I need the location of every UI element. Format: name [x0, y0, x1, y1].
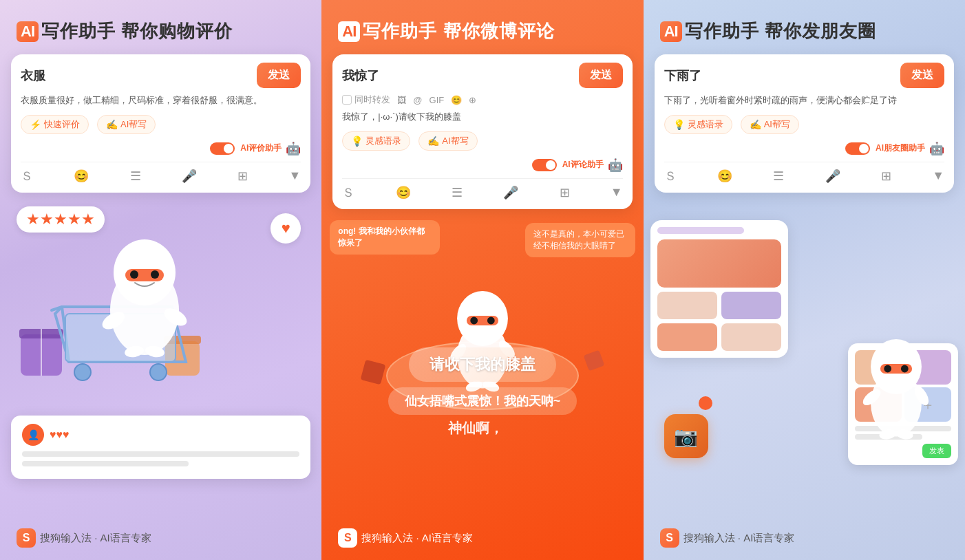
panel1-quick-btn1[interactable]: ⚡ 快速评价 [21, 115, 89, 134]
emoji-icon-1: 😊 [74, 169, 89, 184]
panel2-quick-btn2-label: AI帮写 [442, 135, 468, 147]
panel3-footer: S 搜狗输入法 · AI语言专家 [644, 520, 965, 560]
sogou-kb-icon-1: Ｓ [21, 168, 33, 184]
panel3-header: AI 写作助手 帮你发朋友圈 [644, 0, 965, 54]
sogou-kb-icon-3: Ｓ [664, 168, 677, 184]
card-small-img-2 [721, 292, 781, 319]
panel2-toggle[interactable] [532, 159, 557, 171]
panel1-send-button[interactable]: 发送 [257, 63, 301, 88]
ribbon-text-2: 仙女捂嘴式震惊！我的天呐~ [388, 387, 577, 415]
panel1-quick-btn2-label: AI帮写 [120, 118, 147, 131]
ai-write-icon-1: ✍ [106, 119, 118, 130]
grid-icon-2: ⊞ [560, 185, 570, 200]
review-line-2 [22, 461, 189, 466]
panel2-header-text: 写作助手 帮你微博评论 [363, 19, 554, 43]
down-icon-1: ▼ [288, 169, 301, 183]
panel1-footer: S 搜狗输入法 · AI语言专家 [0, 520, 321, 560]
ai-badge-1: AI [17, 21, 39, 42]
panel3-quick-btn1[interactable]: 💡 灵感语录 [664, 115, 732, 134]
card-header-line [657, 227, 744, 234]
weibo-emoji-icon: 😊 [451, 95, 462, 105]
inspiration-icon-3: 💡 [673, 119, 685, 130]
panel2-quick-btn1[interactable]: 💡 灵感语录 [342, 131, 410, 151]
panel-shopping: AI 写作助手 帮你购物评价 衣服 发送 衣服质量很好，做工精细，尺码标准，穿着… [0, 0, 321, 560]
panel-moments: AI 写作助手 帮你发朋友圈 下雨了 发送 下雨了，光听着窗外时紧时疏的雨声，便… [644, 0, 965, 560]
panel1-input-card: 衣服 发送 衣服质量很好，做工精细，尺码标准，穿着很舒服，很满意。 ⚡ 快速评价… [11, 54, 310, 193]
sogou-logo-2: S [338, 528, 357, 548]
panel2-mascot-area: ong! 我和我的小伙伴都惊呆了 这不是真的，本小可爱已经不相信我的大眼睛了 [321, 209, 643, 520]
ai-badge-2: AI [338, 21, 360, 42]
panel2-header: AI 写作助手 帮你微博评论 [321, 0, 643, 54]
ribbon-area: 请收下我的膝盖 仙女捂嘴式震惊！我的天呐~ 神仙啊， [321, 347, 643, 438]
like-bubble: ♥ [271, 213, 301, 244]
ai-badge-3: AI [660, 21, 682, 42]
lightning-icon-1: ⚡ [30, 119, 41, 130]
orange-dot-decoration [699, 396, 712, 410]
emoji-icon-3: 😊 [717, 169, 732, 184]
panel1-toggle-label: AI评价助手 [240, 142, 282, 154]
ai-write-icon-3: ✍ [750, 119, 761, 130]
panel3-input-card: 下雨了 发送 下雨了，光听着窗外时紧时疏的雨声，便满心都会贮足了诗 💡 灵感语录… [655, 54, 954, 193]
sogou-logo-1: S [17, 528, 36, 548]
mic-icon-2: 🎤 [503, 185, 518, 200]
weibo-at-icon: @ [413, 95, 422, 105]
card-small-img-4 [721, 323, 781, 351]
panel2-toggle-label: AI评论助手 [562, 159, 604, 171]
review-line-1 [22, 451, 299, 457]
svg-point-21 [487, 317, 495, 325]
menu-icon-3: ☰ [773, 169, 784, 184]
panel1-quick-btn2[interactable]: ✍ AI帮写 [97, 115, 156, 134]
weibo-checkbox[interactable] [342, 95, 352, 105]
weibo-bubble1: ong! 我和我的小伙伴都惊呆了 [330, 220, 440, 255]
card-small-img-1 [657, 292, 717, 319]
camera-app-icon: 📷 [664, 414, 708, 458]
grid-icon-3: ⊞ [881, 169, 891, 184]
mic-icon-1: 🎤 [182, 169, 197, 184]
panel2-quick-btn1-label: 灵感语录 [365, 135, 401, 147]
weibo-toolbar: 同时转发 🖼 @ GIF 😊 ⊕ [342, 94, 622, 106]
panel1-input-text: 衣服 [21, 67, 45, 84]
emoji-icon-2: 😊 [396, 185, 411, 200]
heart-icon: ♥ [282, 219, 290, 237]
grid-icon-1: ⊞ [237, 169, 248, 184]
svg-point-7 [150, 364, 167, 380]
panel3-mascot-area: ＋ 发表 📷 [644, 193, 965, 520]
panel1-quick-btn1-label: 快速评价 [44, 118, 80, 131]
svg-point-6 [74, 364, 91, 380]
ribbon-text-1: 请收下我的膝盖 [409, 347, 556, 382]
panel3-header-text: 写作助手 帮你发朋友圈 [685, 19, 876, 43]
weibo-img-icon: 🖼 [397, 95, 406, 105]
menu-icon-1: ☰ [130, 169, 141, 184]
weibo-gif-icon: GIF [430, 95, 445, 105]
card-main-image [657, 239, 781, 288]
panel1-toggle[interactable] [210, 142, 235, 155]
panel1-footer-text: 搜狗输入法 · AI语言专家 [40, 532, 151, 545]
panel1-header-text: 写作助手 帮你购物评价 [41, 19, 233, 43]
review-avatar: 👤 [22, 424, 44, 446]
down-icon-3: ▼ [932, 169, 944, 183]
panel2-input-card: 我惊了 发送 同时转发 🖼 @ GIF 😊 ⊕ 我惊了，|·ω·`)请收下我的膝… [332, 54, 632, 209]
panel2-send-button[interactable]: 发送 [579, 63, 623, 88]
panel2-input-text: 我惊了 [342, 67, 379, 84]
weibo-repost-label: 同时转发 [354, 94, 390, 106]
down-icon-2: ▼ [611, 185, 623, 200]
panel1-content-text: 衣服质量很好，做工精细，尺码标准，穿着很舒服，很满意。 [21, 94, 301, 108]
panel2-footer-text: 搜狗输入法 · AI语言专家 [361, 532, 473, 545]
moments-preview-card [650, 220, 788, 358]
panel3-quick-btn2[interactable]: ✍ AI帮写 [741, 115, 799, 134]
panel2-quick-btn2[interactable]: ✍ AI帮写 [418, 131, 477, 151]
panel2-mascot-mini: 🤖 [608, 158, 623, 173]
ai-write-icon-2: ✍ [427, 136, 439, 147]
mascot-svg-3 [841, 314, 951, 451]
card-small-img-3 [657, 323, 717, 351]
svg-point-30 [901, 365, 909, 373]
weibo-bubble2: 这不是真的，本小可爱已经不相信我的大眼睛了 [525, 223, 635, 257]
panel1-mascot-area: ★★★★★ ♥ [0, 193, 321, 520]
svg-point-12 [151, 270, 159, 279]
panel3-footer-text: 搜狗输入法 · AI语言专家 [683, 532, 795, 545]
panel1-header: AI 写作助手 帮你购物评价 [0, 0, 321, 54]
panel3-toggle[interactable] [845, 142, 870, 155]
svg-point-29 [884, 365, 891, 373]
panel3-send-button[interactable]: 发送 [900, 63, 944, 88]
panel3-quick-btn1-label: 灵感语录 [688, 118, 723, 131]
